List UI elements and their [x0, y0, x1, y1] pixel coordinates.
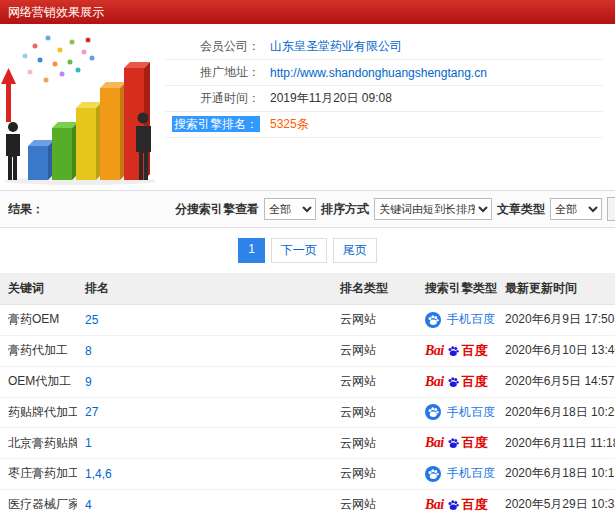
table-row: 药贴牌代加工27云网站手机百度2020年6月18日 10:25 — [0, 397, 615, 428]
company-row: 会员公司： 山东皇圣堂药业有限公司 — [165, 34, 603, 60]
growth-arrow-icon — [1, 68, 16, 122]
sort-select[interactable]: 关键词由短到长排序 — [374, 198, 492, 220]
engine-label: 手机百度 — [447, 404, 495, 421]
company-label: 会员公司： — [165, 38, 260, 55]
col-header-rank-type: 排名类型 — [332, 273, 417, 305]
engine-label: 百度 — [462, 434, 488, 452]
baidu-paw-icon — [447, 437, 459, 449]
engine-label: 手机百度 — [447, 311, 495, 328]
rank-type: 云网站 — [340, 436, 376, 450]
table-row: 医疗器械厂家4云网站Bai百度2020年5月29日 10:32 — [0, 489, 615, 520]
col-header-keyword: 关键词 — [0, 273, 77, 305]
sort-filter-label: 排序方式 — [321, 201, 369, 218]
marketing-illustration — [0, 28, 155, 188]
rank-count-row: 搜索引擎排名： 5325条 — [165, 112, 603, 138]
last-page-button[interactable]: 尾页 — [333, 238, 377, 263]
promotion-url-row: 推广地址： http://www.shandonghuangshengtang.… — [165, 60, 603, 86]
baidu-paw-icon — [447, 376, 459, 388]
rank-type: 云网站 — [340, 343, 376, 357]
pagination: 1 下一页 尾页 — [0, 228, 615, 273]
rank-link[interactable]: 27 — [85, 405, 98, 419]
engine-label: 手机百度 — [447, 465, 495, 482]
updated-time: 2020年6月9日 17:50 — [505, 312, 614, 326]
baidu-wordmark: Bai — [425, 343, 444, 359]
keyword-link[interactable]: 膏药OEM — [8, 312, 59, 326]
member-info-rows: 会员公司： 山东皇圣堂药业有限公司 推广地址： http://www.shand… — [155, 28, 615, 190]
keyword-link[interactable]: 枣庄膏药加工 — [8, 466, 77, 480]
col-header-rank: 排名 — [77, 273, 332, 305]
rank-type: 云网站 — [340, 405, 376, 419]
member-info-section: 会员公司： 山东皇圣堂药业有限公司 推广地址： http://www.shand… — [0, 24, 615, 190]
keyword-link[interactable]: 北京膏药贴牌 — [8, 436, 77, 450]
rank-count-value: 5325条 — [260, 116, 309, 133]
rank-count-label: 搜索引擎排名： — [165, 116, 260, 133]
engine-label: 百度 — [462, 342, 488, 360]
rank-link[interactable]: 1 — [85, 436, 92, 450]
mobile-baidu-logo: 手机百度 — [425, 311, 495, 328]
table-row: OEM代加工9云网站Bai百度2020年6月5日 14:57 — [0, 366, 615, 397]
table-row: 枣庄膏药加工1,4,6云网站手机百度2020年6月18日 10:19 — [0, 459, 615, 490]
col-header-updated: 最新更新时间 — [497, 273, 615, 305]
baidu-wordmark: Bai — [425, 374, 444, 390]
open-time-row: 开通时间： 2019年11月20日 09:08 — [165, 86, 603, 112]
rank-type: 云网站 — [340, 466, 376, 480]
bar-chart-illustration — [0, 28, 155, 188]
baidu-wordmark: Bai — [425, 497, 444, 513]
rank-type: 云网站 — [340, 497, 376, 511]
promotion-url-link[interactable]: http://www.shandonghuangshengtang.cn — [260, 66, 487, 80]
updated-time: 2020年6月18日 10:19 — [505, 466, 615, 480]
engine-label: 百度 — [462, 373, 488, 391]
table-row: 膏药代加工8云网站Bai百度2020年6月10日 13:40 — [0, 335, 615, 366]
updated-time: 2020年6月5日 14:57 — [505, 374, 614, 388]
results-table-body: 膏药OEM25云网站手机百度2020年6月9日 17:50膏药代加工8云网站Ba… — [0, 305, 615, 520]
company-link[interactable]: 山东皇圣堂药业有限公司 — [260, 38, 402, 55]
baidu-logo: Bai百度 — [425, 496, 488, 514]
rank-link[interactable]: 1,4,6 — [85, 467, 112, 481]
rank-link[interactable]: 8 — [85, 344, 92, 358]
baidu-paw-icon — [447, 499, 459, 511]
keyword-link[interactable]: OEM代加工 — [8, 374, 71, 388]
promotion-url-label: 推广地址： — [165, 64, 260, 81]
page-1-button[interactable]: 1 — [238, 238, 265, 263]
keyword-link[interactable]: 药贴牌代加工 — [8, 405, 77, 419]
col-header-engine-type: 搜索引擎类型 — [417, 273, 497, 305]
mobile-baidu-logo: 手机百度 — [425, 404, 495, 421]
baidu-logo: Bai百度 — [425, 373, 488, 391]
keyword-link[interactable]: 医疗器械厂家 — [8, 497, 77, 511]
article-type-select[interactable]: 全部 — [550, 198, 602, 220]
updated-time: 2020年5月29日 10:32 — [505, 497, 615, 511]
open-time-value: 2019年11月20日 09:08 — [260, 90, 392, 107]
rank-link[interactable]: 25 — [85, 313, 98, 327]
confetti-dots-icon — [23, 36, 95, 83]
table-header-row: 关键词 排名 排名类型 搜索引擎类型 最新更新时间 — [0, 273, 615, 305]
result-label: 结果： — [8, 201, 170, 218]
next-page-button[interactable]: 下一页 — [271, 238, 327, 263]
engine-label: 百度 — [462, 496, 488, 514]
updated-time: 2020年6月10日 13:40 — [505, 343, 615, 357]
rank-link[interactable]: 9 — [85, 375, 92, 389]
table-row: 北京膏药贴牌1云网站Bai百度2020年6月11日 11:18 — [0, 428, 615, 459]
updated-time: 2020年6月18日 10:25 — [505, 405, 615, 419]
mobile-baidu-logo: 手机百度 — [425, 465, 495, 482]
keyword-link[interactable]: 膏药代加工 — [8, 343, 68, 357]
article-type-label: 文章类型 — [497, 201, 545, 218]
baidu-wordmark: Bai — [425, 435, 444, 451]
results-table: 关键词 排名 排名类型 搜索引擎类型 最新更新时间 膏药OEM25云网站手机百度… — [0, 273, 615, 520]
table-row: 膏药OEM25云网站手机百度2020年6月9日 17:50 — [0, 305, 615, 336]
mobile-baidu-icon — [425, 466, 441, 482]
engine-select[interactable]: 全部 — [264, 198, 316, 220]
baidu-logo: Bai百度 — [425, 342, 488, 360]
submit-button[interactable]: 提交 — [607, 197, 615, 221]
mobile-baidu-icon — [425, 404, 441, 420]
updated-time: 2020年6月11日 11:18 — [505, 436, 615, 450]
rank-type: 云网站 — [340, 312, 376, 326]
page-header: 网络营销效果展示 — [0, 0, 615, 24]
page-title: 网络营销效果展示 — [8, 5, 104, 19]
baidu-logo: Bai百度 — [425, 434, 488, 452]
rank-type: 云网站 — [340, 374, 376, 388]
businessman-left-icon — [6, 122, 20, 180]
engine-filter-label: 分搜索引擎查看 — [175, 201, 259, 218]
open-time-label: 开通时间： — [165, 90, 260, 107]
filter-bar: 结果： 分搜索引擎查看 全部 排序方式 关键词由短到长排序 文章类型 全部 提交 — [0, 190, 615, 228]
rank-link[interactable]: 4 — [85, 498, 92, 512]
